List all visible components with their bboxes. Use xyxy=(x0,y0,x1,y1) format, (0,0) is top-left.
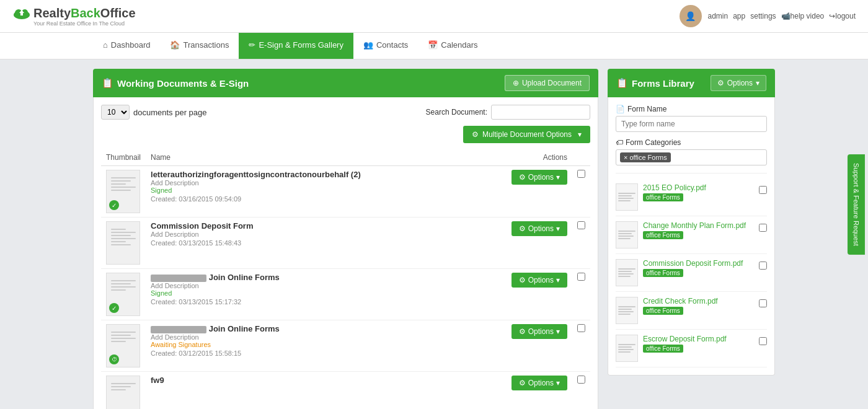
header-links: admin app settings 📹help video ↪logout xyxy=(708,12,856,20)
cloud-icon xyxy=(12,6,31,20)
form-item-name[interactable]: Commission Deposit Form.pdf xyxy=(643,259,754,268)
search-doc-control: Search Document: xyxy=(426,105,590,120)
nav-app[interactable]: app xyxy=(733,12,745,20)
doc-options-button[interactable]: ⚙ Options ▾ xyxy=(512,170,567,185)
doc-desc[interactable]: Add Description xyxy=(151,333,469,341)
doc-info-cell: Join Online Forms Add Description Awaiti… xyxy=(146,320,474,372)
doc-name: fw9 xyxy=(151,376,469,385)
doc-icon: 📄 xyxy=(616,105,625,113)
doc-info-cell: Join Online Forms Add Description Signed… xyxy=(146,269,474,320)
tag-icon: 🏷 xyxy=(616,138,623,147)
working-docs-body: 10 25 50 documents per page Search Docum… xyxy=(93,97,598,409)
action-cell: ⚙ Options ▾ xyxy=(474,218,572,269)
forms-options-button[interactable]: ⚙ Options ▾ xyxy=(711,75,766,91)
form-item-name[interactable]: Credit Check Form.pdf xyxy=(643,297,754,306)
doc-name: Commission Deposit Form xyxy=(151,221,469,231)
pencil-icon: ✏ xyxy=(249,40,255,50)
per-page-select[interactable]: 10 25 50 xyxy=(101,105,130,120)
thumbnail-cell: ✓ xyxy=(101,269,146,320)
doc-checkbox[interactable] xyxy=(577,376,585,384)
action-cell: ⚙ Options ▾ xyxy=(474,372,572,410)
forms-library-title: 📋 Forms Library xyxy=(616,77,694,89)
tab-dashboard[interactable]: ⌂ Dashboard xyxy=(93,33,160,59)
header: RealtyBackOffice Your Real Estate Office… xyxy=(0,0,868,33)
doc-checkbox[interactable] xyxy=(577,221,585,229)
doc-name: letterauthorizingforagenttosigncontracto… xyxy=(151,170,469,179)
form-item-tag: office Forms xyxy=(643,345,683,353)
checkbox-cell xyxy=(572,218,590,269)
form-item-name[interactable]: 2015 EO Policy.pdf xyxy=(643,183,754,192)
doc-status: Signed xyxy=(151,289,469,297)
header-right: 👤 admin app settings 📹help video ↪logout xyxy=(680,5,856,27)
controls-row: 10 25 50 documents per page Search Docum… xyxy=(101,105,590,120)
check-badge: ✓ xyxy=(109,200,119,210)
form-thumbnail xyxy=(616,335,638,362)
checkbox-cell xyxy=(572,320,590,372)
form-name-section: 📄 Form Name xyxy=(616,105,767,132)
thumbnail-img: ✓ xyxy=(106,170,140,213)
tag-remove-icon[interactable]: × xyxy=(624,154,627,161)
list-item: Commission Deposit Form.pdf office Forms xyxy=(616,254,767,292)
doc-info-cell: Commission Deposit Form Add Description … xyxy=(146,218,474,269)
form-item-name[interactable]: Change Monthly Plan Form.pdf xyxy=(643,221,754,230)
form-item-tag: office Forms xyxy=(643,231,683,239)
main-content: 📋 Working Documents & E-Sign ⊕ Upload Do… xyxy=(81,59,787,409)
doc-options-button[interactable]: ⚙ Options ▾ xyxy=(512,376,567,390)
doc-desc[interactable]: Add Description xyxy=(151,231,469,238)
tag-input-container[interactable]: × office Forms xyxy=(616,149,767,165)
users-icon: 👥 xyxy=(363,40,373,50)
doc-options-button[interactable]: ⚙ Options ▾ xyxy=(512,221,567,236)
caret-icon: ▾ xyxy=(556,327,560,336)
doc-options-button[interactable]: ⚙ Options ▾ xyxy=(512,273,567,288)
nav-logout[interactable]: ↪logout xyxy=(829,12,856,20)
form-checkbox[interactable] xyxy=(759,224,767,232)
thumbnail-cell xyxy=(101,372,146,410)
upload-document-button[interactable]: ⊕ Upload Document xyxy=(505,75,590,91)
check-badge: ✓ xyxy=(109,303,119,313)
doc-checkbox[interactable] xyxy=(577,170,585,178)
thumbnail-img: ⏱ xyxy=(106,324,140,367)
tab-esign[interactable]: ✏ E-Sign & Forms Gallery xyxy=(239,33,353,59)
forms-icon: 📋 xyxy=(616,77,628,89)
tab-calendars[interactable]: 📅 Calendars xyxy=(418,33,487,59)
working-docs-title: 📋 Working Documents & E-Sign xyxy=(102,77,249,89)
table-row: ✓ Join Online Forms Add Description Sign… xyxy=(101,269,590,320)
logo-subtitle: Your Real Estate Office In The Cloud xyxy=(33,20,136,27)
doc-options-button[interactable]: ⚙ Options ▾ xyxy=(512,324,567,339)
nav-settings[interactable]: settings xyxy=(750,12,776,20)
doc-desc[interactable]: Add Description xyxy=(151,282,469,289)
clock-badge: ⏱ xyxy=(109,354,119,364)
form-thumbnail xyxy=(616,259,638,286)
form-item-name[interactable]: Escrow Deposit Form.pdf xyxy=(643,335,754,343)
gear-icon: ⚙ xyxy=(519,379,526,387)
per-page-control: 10 25 50 documents per page xyxy=(101,105,207,120)
thumbnail-cell: ✓ xyxy=(101,166,146,218)
list-item: Escrow Deposit Form.pdf office Forms xyxy=(616,330,767,367)
multiple-document-options-button[interactable]: ⚙ Multiple Document Options ▾ xyxy=(463,126,590,143)
gear-icon: ⚙ xyxy=(519,173,526,182)
caret-icon: ▾ xyxy=(556,173,560,182)
svg-rect-4 xyxy=(20,13,23,15)
nav-help-video[interactable]: 📹help video xyxy=(781,12,825,20)
nav-admin[interactable]: admin xyxy=(708,12,728,20)
tab-transactions[interactable]: 🏠 Transactions xyxy=(160,33,239,59)
thumbnail-cell xyxy=(101,218,146,269)
support-feature-tab[interactable]: Support & Feature Request xyxy=(848,154,865,255)
form-categories-section: 🏷 Form Categories × office Forms xyxy=(616,138,767,165)
form-checkbox[interactable] xyxy=(759,337,767,345)
form-item-tag: office Forms xyxy=(643,193,683,201)
doc-desc[interactable]: Add Description xyxy=(151,179,469,187)
doc-checkbox[interactable] xyxy=(577,273,585,281)
doc-created: Created: 03/13/2015 15:17:32 xyxy=(151,298,469,306)
search-input[interactable] xyxy=(491,105,590,120)
category-input[interactable] xyxy=(673,153,763,162)
form-checkbox[interactable] xyxy=(759,186,767,194)
checkbox-cell xyxy=(572,269,590,320)
form-thumbnail xyxy=(616,297,638,324)
form-checkbox[interactable] xyxy=(759,299,767,307)
form-checkbox[interactable] xyxy=(759,262,767,270)
doc-checkbox[interactable] xyxy=(577,324,585,332)
thumbnail-img xyxy=(106,376,140,409)
form-name-input[interactable] xyxy=(616,116,767,132)
tab-contacts[interactable]: 👥 Contacts xyxy=(353,33,418,59)
